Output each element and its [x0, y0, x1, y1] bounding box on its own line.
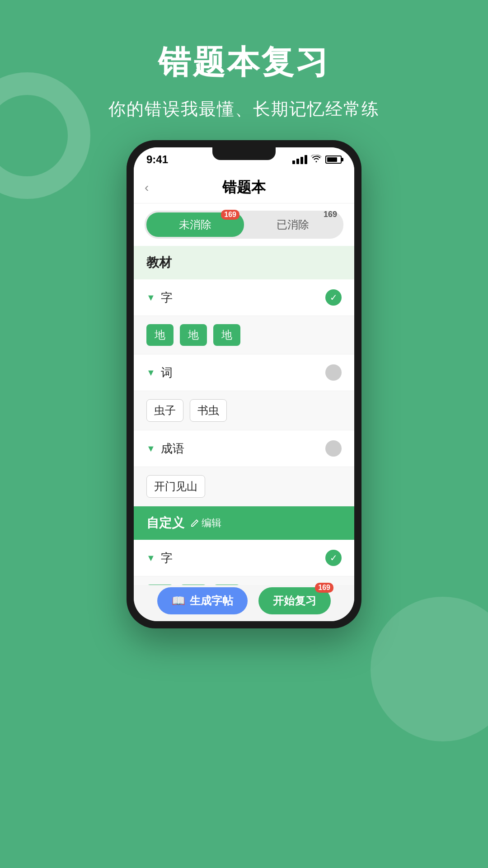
category-row-zi-1[interactable]: ▼ 字 ✓ [134, 279, 354, 316]
start-badge: 169 [315, 583, 333, 593]
phone-shell: 9:41 [127, 140, 361, 628]
phone-screen: 9:41 [134, 147, 354, 621]
bg-circle-left [0, 72, 90, 199]
arrow-icon-zi-2: ▼ [146, 553, 155, 563]
check-circle-cy-1 [325, 440, 342, 457]
items-row-ci-1: 虫子 书虫 [134, 391, 354, 430]
item-ci-1-0[interactable]: 虫子 [146, 399, 183, 422]
category-name-cy-1: 成语 [161, 441, 184, 457]
start-label: 开始复习 [273, 594, 316, 608]
generate-icon: 📖 [172, 594, 185, 607]
item-zi-1-2[interactable]: 地 [213, 324, 240, 346]
section-custom-header: 自定义 编辑 [134, 506, 354, 540]
check-circle-ci-1 [325, 364, 342, 381]
tab-cleared[interactable]: 已消除 169 [244, 212, 342, 237]
bottom-bar: 📖 生成字帖 开始复习 169 [134, 585, 354, 621]
hero-title: 错题本复习 [0, 0, 488, 84]
category-row-cy-1[interactable]: ▼ 成语 [134, 430, 354, 467]
start-review-button[interactable]: 开始复习 169 [258, 587, 331, 614]
nav-bar: ‹ 错题本 [134, 172, 354, 203]
bg-circle-right [371, 597, 488, 741]
status-icons [292, 155, 342, 165]
category-name-zi-2: 字 [161, 550, 173, 566]
wifi-icon [311, 155, 322, 165]
page-title: 错题本 [222, 178, 266, 198]
tab-not-cleared[interactable]: 未消除 169 [146, 212, 244, 237]
battery-icon [325, 156, 342, 164]
back-button[interactable]: ‹ [145, 180, 149, 195]
tabs-bar: 未消除 169 已消除 169 [134, 203, 354, 246]
signal-icon [292, 155, 307, 164]
tab-active-badge: 169 [221, 210, 239, 220]
item-ci-1-1[interactable]: 书虫 [190, 399, 227, 422]
phone-notch [212, 147, 276, 160]
item-cy-1-0[interactable]: 开门见山 [146, 475, 205, 498]
arrow-icon-ci-1: ▼ [146, 368, 155, 378]
items-row-cy-1: 开门见山 [134, 467, 354, 506]
screen-content: 教材 ▼ 字 ✓ 地 地 地 ▼ 词 [134, 246, 354, 589]
section-textbook-header: 教材 [134, 246, 354, 279]
category-row-zi-2[interactable]: ▼ 字 ✓ [134, 540, 354, 576]
items-row-zi-1: 地 地 地 [134, 316, 354, 354]
arrow-icon-zi-1: ▼ [146, 292, 155, 303]
item-zi-1-0[interactable]: 地 [146, 324, 174, 346]
check-circle-zi-2: ✓ [325, 550, 342, 566]
edit-button[interactable]: 编辑 [190, 516, 221, 530]
check-circle-zi-1: ✓ [325, 289, 342, 306]
item-zi-1-1[interactable]: 地 [180, 324, 207, 346]
category-name-zi-1: 字 [161, 290, 173, 306]
tab-container: 未消除 169 已消除 169 [145, 211, 343, 239]
category-row-ci-1[interactable]: ▼ 词 [134, 354, 354, 391]
status-time: 9:41 [146, 153, 168, 166]
generate-label: 生成字帖 [190, 594, 233, 608]
category-name-ci-1: 词 [161, 365, 173, 381]
tab-inactive-badge: 169 [324, 210, 337, 219]
arrow-icon-cy-1: ▼ [146, 443, 155, 454]
generate-copybook-button[interactable]: 📖 生成字帖 [157, 587, 248, 614]
